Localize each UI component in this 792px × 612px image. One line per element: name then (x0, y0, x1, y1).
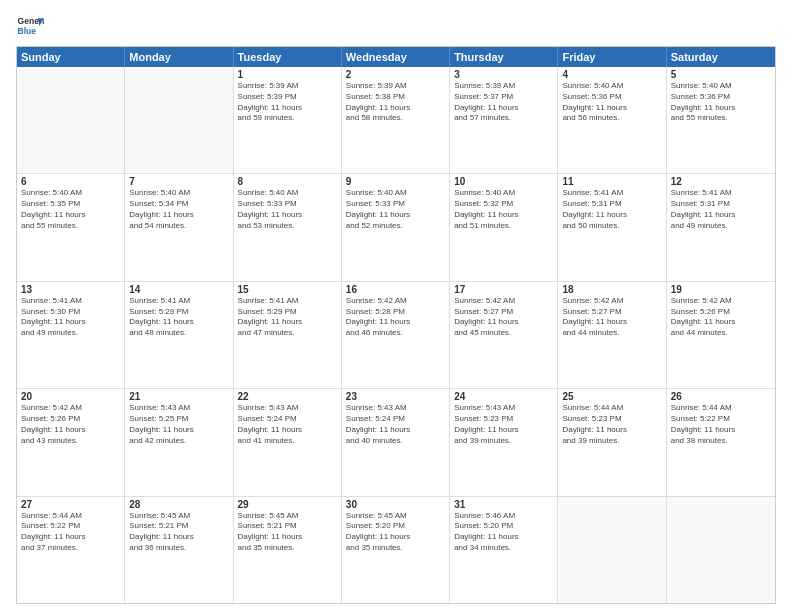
day-number: 8 (238, 176, 337, 187)
day-info: Sunrise: 5:44 AM Sunset: 5:23 PM Dayligh… (562, 403, 661, 446)
calendar-cell: 26Sunrise: 5:44 AM Sunset: 5:22 PM Dayli… (667, 389, 775, 495)
logo: General Blue (16, 12, 46, 40)
day-info: Sunrise: 5:40 AM Sunset: 5:32 PM Dayligh… (454, 188, 553, 231)
calendar-cell (125, 67, 233, 173)
calendar-cell: 9Sunrise: 5:40 AM Sunset: 5:33 PM Daylig… (342, 174, 450, 280)
day-info: Sunrise: 5:46 AM Sunset: 5:20 PM Dayligh… (454, 511, 553, 554)
calendar-cell: 18Sunrise: 5:42 AM Sunset: 5:27 PM Dayli… (558, 282, 666, 388)
day-number: 19 (671, 284, 771, 295)
day-info: Sunrise: 5:40 AM Sunset: 5:34 PM Dayligh… (129, 188, 228, 231)
calendar-cell: 15Sunrise: 5:41 AM Sunset: 5:29 PM Dayli… (234, 282, 342, 388)
day-info: Sunrise: 5:45 AM Sunset: 5:21 PM Dayligh… (129, 511, 228, 554)
day-info: Sunrise: 5:43 AM Sunset: 5:24 PM Dayligh… (346, 403, 445, 446)
day-number: 12 (671, 176, 771, 187)
day-info: Sunrise: 5:44 AM Sunset: 5:22 PM Dayligh… (671, 403, 771, 446)
calendar-cell: 29Sunrise: 5:45 AM Sunset: 5:21 PM Dayli… (234, 497, 342, 603)
calendar-cell (558, 497, 666, 603)
day-number: 15 (238, 284, 337, 295)
calendar-cell: 31Sunrise: 5:46 AM Sunset: 5:20 PM Dayli… (450, 497, 558, 603)
day-info: Sunrise: 5:39 AM Sunset: 5:38 PM Dayligh… (346, 81, 445, 124)
header-day-thursday: Thursday (450, 47, 558, 67)
calendar-row-1: 6Sunrise: 5:40 AM Sunset: 5:35 PM Daylig… (17, 174, 775, 281)
calendar-body: 1Sunrise: 5:39 AM Sunset: 5:39 PM Daylig… (17, 67, 775, 603)
calendar-cell: 13Sunrise: 5:41 AM Sunset: 5:30 PM Dayli… (17, 282, 125, 388)
day-number: 11 (562, 176, 661, 187)
calendar-row-2: 13Sunrise: 5:41 AM Sunset: 5:30 PM Dayli… (17, 282, 775, 389)
day-number: 5 (671, 69, 771, 80)
calendar-cell: 7Sunrise: 5:40 AM Sunset: 5:34 PM Daylig… (125, 174, 233, 280)
day-number: 9 (346, 176, 445, 187)
day-number: 18 (562, 284, 661, 295)
day-number: 1 (238, 69, 337, 80)
header: General Blue (16, 12, 776, 40)
day-number: 16 (346, 284, 445, 295)
calendar-cell: 11Sunrise: 5:41 AM Sunset: 5:31 PM Dayli… (558, 174, 666, 280)
calendar-cell: 20Sunrise: 5:42 AM Sunset: 5:26 PM Dayli… (17, 389, 125, 495)
day-number: 24 (454, 391, 553, 402)
calendar-cell: 5Sunrise: 5:40 AM Sunset: 5:36 PM Daylig… (667, 67, 775, 173)
page: General Blue SundayMondayTuesdayWednesda… (0, 0, 792, 612)
day-info: Sunrise: 5:39 AM Sunset: 5:37 PM Dayligh… (454, 81, 553, 124)
day-number: 10 (454, 176, 553, 187)
calendar-row-0: 1Sunrise: 5:39 AM Sunset: 5:39 PM Daylig… (17, 67, 775, 174)
day-number: 14 (129, 284, 228, 295)
calendar-cell: 23Sunrise: 5:43 AM Sunset: 5:24 PM Dayli… (342, 389, 450, 495)
day-info: Sunrise: 5:41 AM Sunset: 5:30 PM Dayligh… (21, 296, 120, 339)
day-info: Sunrise: 5:45 AM Sunset: 5:20 PM Dayligh… (346, 511, 445, 554)
day-info: Sunrise: 5:45 AM Sunset: 5:21 PM Dayligh… (238, 511, 337, 554)
day-number: 22 (238, 391, 337, 402)
day-info: Sunrise: 5:41 AM Sunset: 5:29 PM Dayligh… (129, 296, 228, 339)
day-number: 20 (21, 391, 120, 402)
day-number: 31 (454, 499, 553, 510)
day-number: 28 (129, 499, 228, 510)
day-info: Sunrise: 5:43 AM Sunset: 5:23 PM Dayligh… (454, 403, 553, 446)
day-number: 23 (346, 391, 445, 402)
day-info: Sunrise: 5:42 AM Sunset: 5:27 PM Dayligh… (562, 296, 661, 339)
day-info: Sunrise: 5:42 AM Sunset: 5:27 PM Dayligh… (454, 296, 553, 339)
day-number: 30 (346, 499, 445, 510)
calendar-cell: 19Sunrise: 5:42 AM Sunset: 5:26 PM Dayli… (667, 282, 775, 388)
day-number: 2 (346, 69, 445, 80)
calendar-cell: 24Sunrise: 5:43 AM Sunset: 5:23 PM Dayli… (450, 389, 558, 495)
calendar-cell: 6Sunrise: 5:40 AM Sunset: 5:35 PM Daylig… (17, 174, 125, 280)
day-number: 13 (21, 284, 120, 295)
day-info: Sunrise: 5:40 AM Sunset: 5:33 PM Dayligh… (238, 188, 337, 231)
day-info: Sunrise: 5:40 AM Sunset: 5:36 PM Dayligh… (671, 81, 771, 124)
calendar-cell (667, 497, 775, 603)
day-number: 21 (129, 391, 228, 402)
day-info: Sunrise: 5:39 AM Sunset: 5:39 PM Dayligh… (238, 81, 337, 124)
calendar-cell: 14Sunrise: 5:41 AM Sunset: 5:29 PM Dayli… (125, 282, 233, 388)
calendar-cell: 28Sunrise: 5:45 AM Sunset: 5:21 PM Dayli… (125, 497, 233, 603)
calendar-cell: 8Sunrise: 5:40 AM Sunset: 5:33 PM Daylig… (234, 174, 342, 280)
day-number: 17 (454, 284, 553, 295)
calendar-row-3: 20Sunrise: 5:42 AM Sunset: 5:26 PM Dayli… (17, 389, 775, 496)
day-info: Sunrise: 5:43 AM Sunset: 5:24 PM Dayligh… (238, 403, 337, 446)
svg-text:Blue: Blue (18, 26, 37, 36)
calendar-cell: 27Sunrise: 5:44 AM Sunset: 5:22 PM Dayli… (17, 497, 125, 603)
day-number: 3 (454, 69, 553, 80)
calendar-cell: 22Sunrise: 5:43 AM Sunset: 5:24 PM Dayli… (234, 389, 342, 495)
calendar-cell: 30Sunrise: 5:45 AM Sunset: 5:20 PM Dayli… (342, 497, 450, 603)
calendar-cell: 12Sunrise: 5:41 AM Sunset: 5:31 PM Dayli… (667, 174, 775, 280)
day-info: Sunrise: 5:42 AM Sunset: 5:26 PM Dayligh… (671, 296, 771, 339)
day-number: 6 (21, 176, 120, 187)
calendar-header: SundayMondayTuesdayWednesdayThursdayFrid… (17, 47, 775, 67)
calendar-cell (17, 67, 125, 173)
day-number: 4 (562, 69, 661, 80)
header-day-wednesday: Wednesday (342, 47, 450, 67)
calendar-cell: 2Sunrise: 5:39 AM Sunset: 5:38 PM Daylig… (342, 67, 450, 173)
calendar-cell: 17Sunrise: 5:42 AM Sunset: 5:27 PM Dayli… (450, 282, 558, 388)
day-info: Sunrise: 5:40 AM Sunset: 5:33 PM Dayligh… (346, 188, 445, 231)
calendar-cell: 21Sunrise: 5:43 AM Sunset: 5:25 PM Dayli… (125, 389, 233, 495)
day-number: 29 (238, 499, 337, 510)
day-info: Sunrise: 5:40 AM Sunset: 5:35 PM Dayligh… (21, 188, 120, 231)
day-number: 26 (671, 391, 771, 402)
logo-icon: General Blue (16, 12, 44, 40)
calendar-cell: 4Sunrise: 5:40 AM Sunset: 5:36 PM Daylig… (558, 67, 666, 173)
header-day-saturday: Saturday (667, 47, 775, 67)
day-number: 25 (562, 391, 661, 402)
calendar-cell: 3Sunrise: 5:39 AM Sunset: 5:37 PM Daylig… (450, 67, 558, 173)
day-info: Sunrise: 5:40 AM Sunset: 5:36 PM Dayligh… (562, 81, 661, 124)
calendar-cell: 1Sunrise: 5:39 AM Sunset: 5:39 PM Daylig… (234, 67, 342, 173)
day-info: Sunrise: 5:41 AM Sunset: 5:31 PM Dayligh… (562, 188, 661, 231)
